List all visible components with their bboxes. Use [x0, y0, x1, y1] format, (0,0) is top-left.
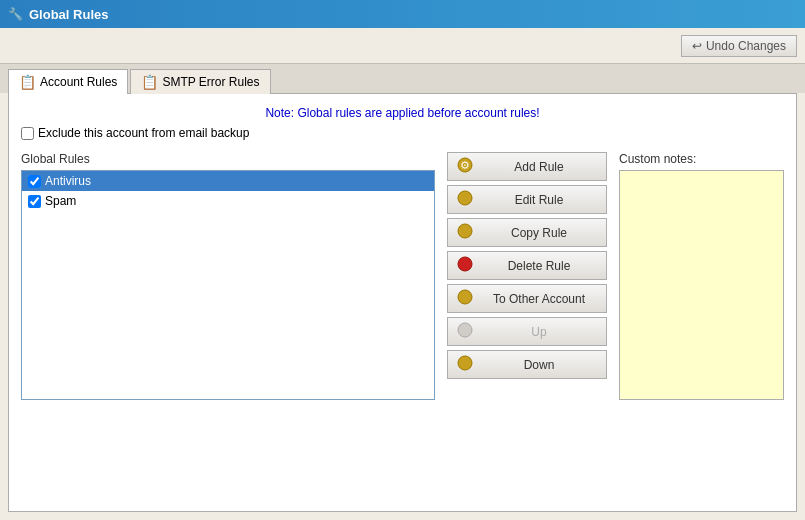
exclude-label: Exclude this account from email backup: [38, 126, 249, 140]
smtp-tab-icon: 📋: [141, 74, 158, 90]
left-panel: Global Rules Antivirus Spam: [21, 152, 435, 400]
title-bar-icon: 🔧: [8, 7, 23, 21]
custom-notes-area[interactable]: [619, 170, 784, 400]
svg-point-4: [458, 257, 472, 271]
svg-text:⚙: ⚙: [460, 159, 470, 171]
down-icon: [456, 355, 474, 374]
svg-point-7: [458, 356, 472, 370]
note-text: Note: Global rules are applied before ac…: [21, 106, 784, 120]
antivirus-label: Antivirus: [45, 174, 91, 188]
undo-icon: ↩: [692, 39, 702, 53]
to-other-account-button[interactable]: To Other Account: [447, 284, 607, 313]
title-bar: 🔧 Global Rules: [0, 0, 805, 28]
title-bar-text: Global Rules: [29, 7, 108, 22]
custom-notes-label: Custom notes:: [619, 152, 784, 166]
add-rule-button[interactable]: ⚙ Add Rule: [447, 152, 607, 181]
smtp-tab-label: SMTP Error Rules: [162, 75, 259, 89]
main-area: 📋 Account Rules 📋 SMTP Error Rules Note:…: [0, 64, 805, 520]
svg-point-6: [458, 323, 472, 337]
copy-rule-label: Copy Rule: [480, 226, 598, 240]
edit-rule-button[interactable]: Edit Rule: [447, 185, 607, 214]
down-button[interactable]: Down: [447, 350, 607, 379]
undo-label: Undo Changes: [706, 39, 786, 53]
exclude-checkbox[interactable]: [21, 127, 34, 140]
up-button[interactable]: Up: [447, 317, 607, 346]
up-label: Up: [480, 325, 598, 339]
spam-label: Spam: [45, 194, 76, 208]
middle-panel: ⚙ Add Rule Edit Rule Copy Rule: [447, 152, 607, 400]
to-other-account-icon: [456, 289, 474, 308]
to-other-account-label: To Other Account: [480, 292, 598, 306]
copy-rule-button[interactable]: Copy Rule: [447, 218, 607, 247]
rules-list[interactable]: Antivirus Spam: [21, 170, 435, 400]
undo-changes-button[interactable]: ↩ Undo Changes: [681, 35, 797, 57]
rule-item-spam[interactable]: Spam: [22, 191, 434, 211]
account-rules-tab-label: Account Rules: [40, 75, 117, 89]
svg-point-5: [458, 290, 472, 304]
edit-rule-icon: [456, 190, 474, 209]
tabs-bar: 📋 Account Rules 📋 SMTP Error Rules: [0, 64, 805, 93]
up-icon: [456, 322, 474, 341]
add-rule-label: Add Rule: [480, 160, 598, 174]
add-rule-icon: ⚙: [456, 157, 474, 176]
delete-rule-button[interactable]: Delete Rule: [447, 251, 607, 280]
main-content: Global Rules Antivirus Spam ⚙: [21, 152, 784, 400]
svg-point-2: [458, 191, 472, 205]
tab-account-rules[interactable]: 📋 Account Rules: [8, 69, 128, 94]
down-label: Down: [480, 358, 598, 372]
delete-rule-icon: [456, 256, 474, 275]
antivirus-checkbox[interactable]: [28, 175, 41, 188]
content-area: Note: Global rules are applied before ac…: [8, 93, 797, 512]
rule-item-antivirus[interactable]: Antivirus: [22, 171, 434, 191]
global-rules-label: Global Rules: [21, 152, 435, 166]
exclude-checkbox-row: Exclude this account from email backup: [21, 126, 784, 140]
copy-rule-icon: [456, 223, 474, 242]
right-panel: Custom notes:: [619, 152, 784, 400]
svg-point-3: [458, 224, 472, 238]
account-rules-tab-icon: 📋: [19, 74, 36, 90]
edit-rule-label: Edit Rule: [480, 193, 598, 207]
delete-rule-label: Delete Rule: [480, 259, 598, 273]
tab-smtp-error-rules[interactable]: 📋 SMTP Error Rules: [130, 69, 270, 94]
spam-checkbox[interactable]: [28, 195, 41, 208]
toolbar: ↩ Undo Changes: [0, 28, 805, 64]
